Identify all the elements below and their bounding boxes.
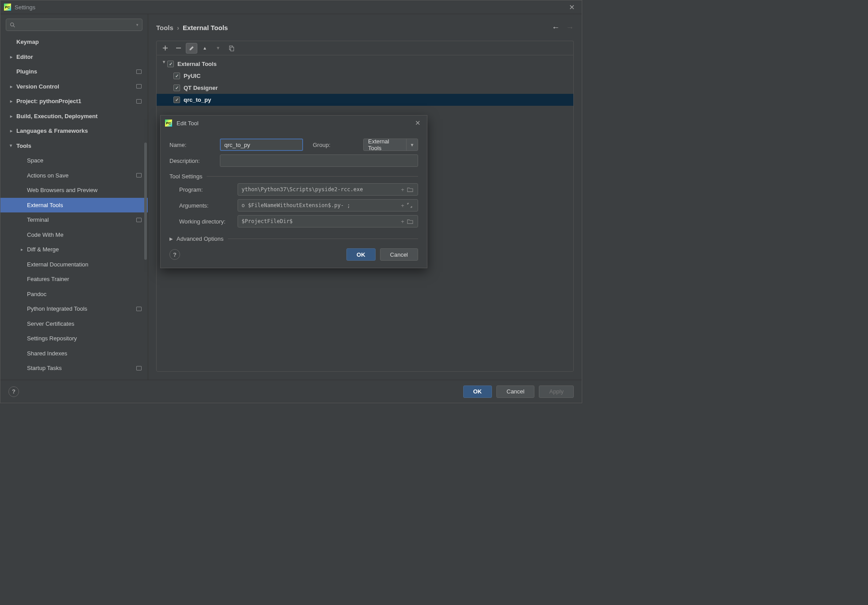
arguments-label: Arguments: [169, 202, 231, 209]
sidebar-item-startup-tasks[interactable]: Startup Tasks [0, 361, 148, 376]
name-input[interactable] [220, 139, 303, 151]
search-input[interactable] [18, 22, 136, 28]
browse-folder-icon[interactable] [407, 219, 416, 224]
sidebar-item-actions-on-save[interactable]: Actions on Save [0, 168, 148, 183]
external-tool-pyuic[interactable]: ✓PyUIC [157, 70, 573, 82]
program-input[interactable]: ython\Python37\Scripts\pyside2-rcc.exe + [238, 183, 418, 196]
svg-line-1 [13, 26, 15, 27]
chevron-right-icon: ▶ [169, 236, 173, 241]
sidebar-item-settings-repository[interactable]: Settings Repository [0, 331, 148, 346]
external-tools-root[interactable]: ▸✓External Tools [157, 58, 573, 70]
sidebar-item-web-browsers-and-preview[interactable]: Web Browsers and Preview [0, 183, 148, 198]
sidebar-item-features-trainer[interactable]: Features Trainer [0, 272, 148, 287]
chevron-down-icon[interactable]: ▼ [406, 139, 418, 150]
settings-search[interactable]: ▾ [6, 19, 142, 31]
dialog-help-button[interactable]: ? [169, 249, 180, 260]
sidebar-item-label: Server Certificates [27, 320, 74, 327]
sidebar-item-code-with-me[interactable]: Code With Me [0, 227, 148, 243]
sidebar-item-server-certificates[interactable]: Server Certificates [0, 316, 148, 331]
close-icon[interactable]: ✕ [565, 1, 578, 13]
browse-folder-icon[interactable] [407, 187, 416, 192]
project-badge-icon [136, 99, 142, 104]
sidebar-item-keymap[interactable]: Keymap [0, 35, 148, 50]
sidebar-item-label: Editor [16, 54, 33, 60]
insert-macro-icon[interactable]: + [398, 202, 407, 209]
dialog-close-icon[interactable]: ✕ [413, 117, 422, 129]
sidebar-item-label: Shared Indexes [27, 350, 67, 357]
insert-macro-icon[interactable]: + [398, 186, 407, 193]
name-label: Name: [169, 142, 214, 148]
sidebar-item-label: Space [27, 157, 43, 164]
chevron-right-icon: ▸ [10, 114, 16, 119]
help-button[interactable]: ? [8, 386, 19, 397]
chevron-right-icon: ▸ [10, 128, 16, 133]
sidebar-item-label: Keymap [16, 39, 39, 45]
project-badge-icon [136, 173, 142, 177]
sidebar-item-version-control[interactable]: ▸Version Control [0, 79, 148, 94]
move-up-button[interactable]: ▲ [199, 43, 211, 54]
apply-button[interactable]: Apply [539, 385, 574, 398]
sidebar-item-label: Settings Repository [27, 335, 77, 342]
sidebar-item-label: Web Browsers and Preview [27, 187, 97, 193]
sidebar-item-python-integrated-tools[interactable]: Python Integrated Tools [0, 301, 148, 316]
project-badge-icon [136, 218, 142, 222]
search-dropdown-icon[interactable]: ▾ [136, 23, 138, 27]
sidebar-item-tools[interactable]: ▸Tools [0, 139, 148, 154]
working-directory-input[interactable]: $ProjectFileDir$ + [238, 215, 418, 227]
add-button[interactable] [159, 43, 171, 54]
checkbox-icon[interactable]: ✓ [173, 85, 180, 91]
app-icon: PC [4, 4, 11, 11]
checkbox-icon[interactable]: ✓ [173, 73, 180, 79]
dialog-ok-button[interactable]: OK [346, 248, 376, 261]
chevron-right-icon: ▸ [21, 247, 27, 252]
move-down-button[interactable]: ▼ [212, 43, 224, 54]
tool-settings-label: Tool Settings [169, 173, 202, 180]
breadcrumb-root[interactable]: Tools [156, 24, 173, 31]
sidebar-item-label: External Tools [27, 202, 63, 208]
sidebar-item-pandoc[interactable]: Pandoc [0, 287, 148, 302]
external-tool-qrc-to-py[interactable]: ✓qrc_to_py [157, 94, 573, 106]
edit-button[interactable] [186, 43, 197, 54]
program-label: Program: [169, 186, 231, 193]
sidebar-item-plugins[interactable]: Plugins [0, 64, 148, 79]
sidebar-item-label: Actions on Save [27, 172, 69, 179]
scrollbar-thumb[interactable] [144, 143, 147, 260]
description-input[interactable] [220, 154, 418, 167]
sidebar-item-external-tools[interactable]: External Tools [0, 198, 148, 213]
project-badge-icon [136, 366, 142, 370]
remove-button[interactable] [173, 43, 184, 54]
dialog-cancel-button[interactable]: Cancel [380, 248, 418, 261]
app-icon: PC [165, 119, 172, 127]
external-tool-qt-designer[interactable]: ✓QT Designer [157, 82, 573, 94]
ok-button[interactable]: OK [463, 385, 492, 398]
sidebar-item-terminal[interactable]: Terminal [0, 212, 148, 227]
sidebar-item-editor[interactable]: ▸Editor [0, 50, 148, 65]
sidebar-item-space[interactable]: Space [0, 153, 148, 168]
copy-button[interactable] [226, 43, 237, 54]
description-label: Description: [169, 158, 214, 164]
group-combo[interactable]: External Tools ▼ [363, 139, 418, 151]
search-icon [10, 22, 15, 28]
sidebar-item-shared-indexes[interactable]: Shared Indexes [0, 346, 148, 361]
sidebar-item-external-documentation[interactable]: External Documentation [0, 257, 148, 272]
sidebar-item-languages-frameworks[interactable]: ▸Languages & Frameworks [0, 123, 148, 139]
cancel-button[interactable]: Cancel [496, 385, 534, 398]
edit-tool-dialog: PC Edit Tool ✕ Name: Group: External Too… [160, 115, 427, 268]
sidebar-item-project-pythonproject1[interactable]: ▸Project: pythonProject1 [0, 94, 148, 109]
sidebar-item-build-execution-deployment[interactable]: ▸Build, Execution, Deployment [0, 109, 148, 124]
advanced-options-toggle[interactable]: ▶ Advanced Options [169, 235, 418, 242]
project-badge-icon [136, 84, 142, 89]
sidebar-item-label: Startup Tasks [27, 365, 62, 371]
sidebar-item-label: Features Trainer [27, 276, 69, 282]
sidebar-item-label: External Documentation [27, 261, 88, 268]
expand-icon[interactable] [407, 203, 416, 208]
checkbox-icon[interactable]: ✓ [173, 96, 180, 103]
checkbox-icon[interactable]: ✓ [167, 61, 174, 67]
group-value: External Tools [364, 139, 406, 150]
sidebar-item-label: Diff & Merge [27, 246, 59, 253]
sidebar-item-diff-merge[interactable]: ▸Diff & Merge [0, 242, 148, 257]
sidebar-item-label: Build, Execution, Deployment [16, 113, 97, 119]
nav-back-icon[interactable]: ← [552, 23, 560, 32]
insert-macro-icon[interactable]: + [398, 218, 407, 225]
arguments-input[interactable]: ; -o $FileNameWithoutExtension$.py + [238, 199, 418, 212]
